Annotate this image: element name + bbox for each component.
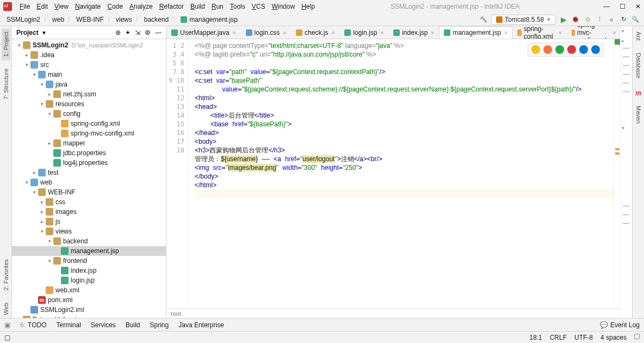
tree-node[interactable]: ▸net.zhj.ssm [12, 89, 166, 99]
hammer-icon[interactable]: 🔨 [479, 15, 488, 24]
tree-node[interactable]: index.jsp [12, 266, 166, 275]
database-tool-tab[interactable]: Database [634, 50, 643, 82]
tree-node[interactable]: ▾config [12, 109, 166, 119]
tree-node[interactable]: log4j.properties [12, 158, 166, 168]
menu-window[interactable]: Window [268, 2, 298, 11]
disclosure-icon[interactable]: ▸ [23, 52, 30, 58]
menu-view[interactable]: View [51, 2, 72, 11]
line-separator[interactable]: CRLF [550, 334, 567, 341]
file-encoding[interactable]: UTF-8 [574, 334, 593, 341]
project-view-dropdown[interactable]: Project ▾ [16, 29, 46, 36]
tree-node[interactable]: ▾views [12, 226, 166, 236]
run-icon[interactable]: ▶ [559, 15, 568, 24]
menu-file[interactable]: File [16, 2, 33, 11]
settings-icon[interactable]: ⚙ [145, 29, 151, 36]
tree-node[interactable]: login.jsp [12, 275, 166, 285]
disclosure-icon[interactable]: ▸ [46, 140, 53, 146]
stop-icon[interactable]: ■ [607, 15, 616, 24]
disclosure-icon[interactable]: ▾ [30, 189, 38, 195]
tree-node[interactable]: jdbc.properties [12, 148, 166, 158]
tree-node[interactable]: ▸images [12, 207, 166, 217]
disclosure-icon[interactable]: ▸ [38, 209, 46, 215]
disclosure-icon[interactable]: ▸ [30, 170, 38, 175]
tree-node[interactable]: ▸css [12, 197, 166, 207]
tree-node[interactable]: ▸.idea [12, 50, 166, 60]
close-tab-icon[interactable]: × [504, 30, 507, 36]
disclosure-icon[interactable]: ▾ [15, 42, 23, 48]
tree-node[interactable]: SSMLogin2.iml [12, 305, 166, 315]
close-tab-icon[interactable]: × [559, 30, 562, 36]
tree-node[interactable]: ▸mapper [12, 138, 166, 148]
menu-help[interactable]: Help [298, 2, 318, 11]
event-log-button[interactable]: 💬 Event Log [600, 321, 640, 329]
toolwin-terminal[interactable]: Terminal [56, 321, 81, 329]
tree-node[interactable]: ▾java [12, 79, 166, 89]
hide-icon[interactable]: — [155, 29, 162, 36]
project-tree[interactable]: ▾SSMLogin2D:\idr_ruanjian\SSMLogin2▸.ide… [12, 39, 166, 318]
tree-node[interactable]: web.xml [12, 285, 166, 295]
breadcrumb-item[interactable]: web [50, 16, 66, 23]
toolwin-java-enterprise[interactable]: Java Enterprise [178, 321, 224, 329]
tree-node[interactable]: spring-config.xml [12, 119, 166, 128]
run-config-dropdown[interactable]: Tomcat8.5.58 ▼ [491, 15, 556, 24]
tool-strip-toggle-icon[interactable]: ▣ [4, 321, 10, 329]
menu-run[interactable]: Run [208, 2, 227, 11]
tree-node[interactable]: ▸test [12, 168, 166, 177]
disclosure-icon[interactable]: ▾ [46, 238, 53, 244]
browser-icon[interactable] [543, 45, 552, 54]
menu-navigate[interactable]: Navigate [72, 2, 104, 11]
editor-tab[interactable]: spring-mvc-config.xml× [567, 26, 620, 39]
status-toggle-icon[interactable]: ▢ [4, 334, 10, 341]
project-tool-tab[interactable]: 1: Project [2, 28, 10, 60]
menu-analyze[interactable]: Analyze [126, 2, 156, 11]
disclosure-icon[interactable]: ▾ [46, 111, 53, 117]
browser-icon[interactable] [591, 45, 600, 54]
editor-tab[interactable]: UserMapper.java× [166, 26, 241, 39]
breadcrumb-item[interactable]: backend [142, 16, 171, 23]
tree-node[interactable]: spring-mvc-config.xml [12, 128, 166, 138]
tree-node[interactable]: ▸js [12, 217, 166, 226]
browser-icon[interactable] [579, 45, 588, 54]
minimize-icon[interactable]: — [603, 3, 610, 10]
close-icon[interactable]: ✕ [635, 3, 641, 10]
editor-tab[interactable]: spring-config.xml× [512, 26, 567, 39]
browser-icon[interactable] [567, 45, 576, 54]
disclosure-icon[interactable]: ▸ [38, 219, 46, 224]
breadcrumb-item[interactable]: SSMLogin2 [4, 16, 42, 23]
browser-icon[interactable] [531, 45, 540, 54]
code-editor[interactable]: <%@ page contentType="text/html;charset=… [188, 39, 614, 308]
indent-setting[interactable]: 4 spaces [600, 334, 627, 341]
tree-node[interactable]: management.jsp [12, 246, 166, 256]
profile-icon[interactable]: ⋮ [595, 15, 604, 24]
favorites-tool-tab[interactable]: 2: Favorites [2, 256, 10, 293]
menu-tools[interactable]: Tools [227, 2, 249, 11]
tree-node[interactable]: ▾web [12, 177, 166, 187]
disclosure-icon[interactable]: ▾ [38, 229, 46, 234]
maximize-icon[interactable]: ☐ [620, 3, 626, 10]
tree-node[interactable]: ▾main [12, 70, 166, 79]
close-tab-icon[interactable]: × [283, 30, 286, 36]
menu-refactor[interactable]: Refactor [156, 2, 187, 11]
close-tab-icon[interactable]: × [331, 30, 335, 36]
breadcrumb-item[interactable]: views [114, 16, 134, 23]
disclosure-icon[interactable]: ▾ [23, 62, 30, 68]
caret-position[interactable]: 18:1 [529, 334, 542, 341]
breadcrumb-item[interactable]: management.jsp [178, 16, 240, 23]
disclosure-icon[interactable]: ▾ [38, 82, 46, 87]
disclosure-icon[interactable]: ▾ [23, 180, 30, 185]
disclosure-icon[interactable]: ▾ [38, 101, 46, 107]
select-opened-icon[interactable]: ⊕ [115, 29, 121, 36]
editor-tab[interactable]: check.js× [291, 26, 339, 39]
close-tab-icon[interactable]: × [431, 30, 435, 36]
tree-node[interactable]: ▾SSMLogin2D:\idr_ruanjian\SSMLogin2 [12, 40, 166, 50]
expand-icon[interactable]: ✦ [125, 29, 131, 36]
tree-node[interactable]: ▾backend [12, 236, 166, 246]
coverage-icon[interactable]: ⊙ [583, 15, 592, 24]
editor-tab[interactable]: login.css× [241, 26, 292, 39]
tree-node[interactable]: ▾resources [12, 99, 166, 109]
update-icon[interactable]: ↻ [619, 15, 628, 24]
toolwin-spring[interactable]: Spring [150, 321, 169, 329]
structure-tool-tab[interactable]: 7: Structure [2, 65, 10, 103]
web-tool-tab[interactable]: Web [2, 299, 10, 318]
tree-node[interactable]: ▾WEB-INF [12, 187, 166, 197]
